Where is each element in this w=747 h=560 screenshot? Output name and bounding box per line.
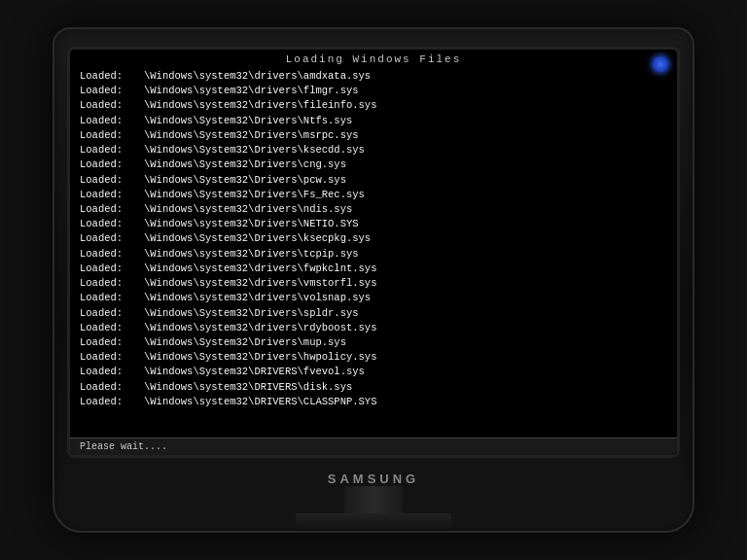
log-line: Loaded:\Windows\System32\Drivers\pcw.sys <box>80 173 667 188</box>
log-label: Loaded: <box>80 350 138 365</box>
monitor-bezel: Loading Windows Files Loaded:\Windows\sy… <box>67 47 680 458</box>
log-line: Loaded:\Windows\system32\DRIVERS\CLASSPN… <box>80 395 667 409</box>
log-label: Loaded: <box>80 143 138 158</box>
log-label: Loaded: <box>80 380 138 395</box>
log-label: Loaded: <box>80 247 138 262</box>
log-line: Loaded:\Windows\System32\Drivers\ksecdd.… <box>80 143 667 158</box>
log-line: Loaded:\Windows\system32\drivers\volsnap… <box>80 291 667 305</box>
log-label: Loaded: <box>80 173 138 188</box>
log-path: \Windows\system32\drivers\rdyboost.sys <box>144 321 376 335</box>
log-label: Loaded: <box>80 84 138 98</box>
log-line: Loaded:\Windows\system32\drivers\amdxata… <box>80 69 667 84</box>
log-line: Loaded:\Windows\system32\drivers\fileinf… <box>80 98 667 113</box>
log-path: \Windows\System32\Drivers\msrpc.sys <box>144 128 359 143</box>
log-label: Loaded: <box>80 262 138 276</box>
log-path: \Windows\System32\Drivers\spldr.sys <box>144 306 359 321</box>
brand-label: SAMSUNG <box>328 472 419 486</box>
log-line: Loaded:\Windows\system32\drivers\ndis.sy… <box>80 202 667 217</box>
log-line: Loaded:\Windows\system32\drivers\rdyboos… <box>80 321 667 335</box>
log-path: \Windows\System32\Drivers\Ntfs.sys <box>144 114 352 128</box>
log-path: \Windows\system32\DRIVERS\disk.sys <box>144 380 352 395</box>
monitor-bottom: SAMSUNG <box>54 466 693 531</box>
monitor-stand-neck <box>344 486 403 513</box>
log-path: \Windows\system32\Drivers\tcpip.sys <box>144 247 359 262</box>
log-line: Loaded:\Windows\system32\Drivers\NETIO.S… <box>80 217 667 231</box>
log-line: Loaded:\Windows\system32\drivers\fwpkcln… <box>80 262 667 276</box>
log-line: Loaded:\Windows\system32\DRIVERS\disk.sy… <box>80 380 667 395</box>
log-label: Loaded: <box>80 98 138 113</box>
log-path: \Windows\system32\drivers\vmstorfl.sys <box>144 276 376 291</box>
log-label: Loaded: <box>80 188 138 202</box>
log-label: Loaded: <box>80 365 138 379</box>
monitor: Loading Windows Files Loaded:\Windows\sy… <box>53 27 694 533</box>
log-label: Loaded: <box>80 291 138 305</box>
log-label: Loaded: <box>80 69 138 84</box>
log-label: Loaded: <box>80 114 138 128</box>
log-label: Loaded: <box>80 276 138 291</box>
log-label: Loaded: <box>80 306 138 321</box>
screen: Loading Windows Files Loaded:\Windows\sy… <box>70 50 677 455</box>
status-text: Please wait.... <box>80 441 167 452</box>
log-path: \Windows\System32\Drivers\pcw.sys <box>144 173 346 188</box>
log-path: \Windows\system32\DRIVERS\CLASSPNP.SYS <box>144 395 376 409</box>
log-line: Loaded:\Windows\system32\Drivers\tcpip.s… <box>80 247 667 262</box>
screen-title: Loading Windows Files <box>70 50 677 67</box>
log-path: \Windows\System32\Drivers\ksecpkg.sys <box>144 231 371 246</box>
status-bar: Please wait.... <box>70 438 677 455</box>
log-label: Loaded: <box>80 158 138 172</box>
log-label: Loaded: <box>80 202 138 217</box>
log-path: \Windows\System32\Drivers\Fs_Rec.sys <box>144 188 365 202</box>
log-line: Loaded:\Windows\System32\Drivers\msrpc.s… <box>80 128 667 143</box>
log-path: \Windows\system32\Drivers\NETIO.SYS <box>144 217 359 231</box>
log-path: \Windows\System32\DRIVERS\fvevol.sys <box>144 365 365 379</box>
log-path: \Windows\System32\Drivers\hwpolicy.sys <box>144 350 376 365</box>
log-line: Loaded:\Windows\System32\Drivers\hwpolic… <box>80 350 667 365</box>
log-path: \Windows\system32\drivers\ndis.sys <box>144 202 352 217</box>
log-path: \Windows\system32\drivers\volsnap.sys <box>144 291 371 305</box>
log-path: \Windows\system32\drivers\amdxata.sys <box>144 69 371 84</box>
log-line: Loaded:\Windows\System32\Drivers\ksecpkg… <box>80 231 667 246</box>
log-label: Loaded: <box>80 231 138 246</box>
monitor-stand-base <box>296 513 451 531</box>
log-line: Loaded:\Windows\System32\Drivers\spldr.s… <box>80 306 667 321</box>
log-line: Loaded:\Windows\System32\Drivers\mup.sys <box>80 335 667 350</box>
log-area: Loaded:\Windows\system32\drivers\amdxata… <box>70 67 677 411</box>
log-path: \Windows\System32\Drivers\ksecdd.sys <box>144 143 365 158</box>
log-path: \Windows\System32\Drivers\cng.sys <box>144 158 346 172</box>
log-label: Loaded: <box>80 321 138 335</box>
log-label: Loaded: <box>80 128 138 143</box>
log-line: Loaded:\Windows\system32\drivers\flmgr.s… <box>80 84 667 98</box>
log-path: \Windows\System32\Drivers\mup.sys <box>144 335 346 350</box>
log-label: Loaded: <box>80 217 138 231</box>
log-label: Loaded: <box>80 395 138 409</box>
corner-indicator <box>652 55 669 73</box>
log-label: Loaded: <box>80 335 138 350</box>
log-path: \Windows\system32\drivers\flmgr.sys <box>144 84 359 98</box>
log-path: \Windows\system32\drivers\fwpkclnt.sys <box>144 262 376 276</box>
log-line: Loaded:\Windows\System32\Drivers\cng.sys <box>80 158 667 172</box>
log-line: Loaded:\Windows\System32\Drivers\Fs_Rec.… <box>80 188 667 202</box>
log-line: Loaded:\Windows\System32\DRIVERS\fvevol.… <box>80 365 667 379</box>
log-path: \Windows\system32\drivers\fileinfo.sys <box>144 98 376 113</box>
log-line: Loaded:\Windows\system32\drivers\vmstorf… <box>80 276 667 291</box>
log-line: Loaded:\Windows\System32\Drivers\Ntfs.sy… <box>80 114 667 128</box>
